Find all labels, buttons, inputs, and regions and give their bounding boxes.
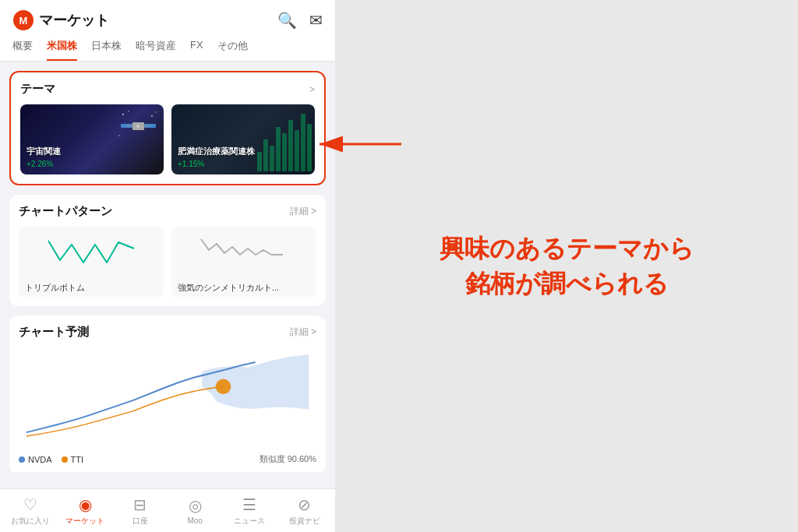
- annotation-line1: 興味のあるテーマから: [440, 231, 694, 266]
- moo-icon: ◎: [189, 496, 202, 515]
- triple-bottom-label: トリプルボトム: [25, 282, 157, 294]
- main-content: テーマ >: [0, 62, 335, 472]
- favorites-icon: ♡: [23, 495, 37, 514]
- app-title: マーケット: [39, 11, 109, 30]
- invest-icon: ⊘: [298, 495, 311, 514]
- legend-nvda: NVDA: [19, 455, 52, 464]
- symmetrical-label: 強気のシンメトリカルト...: [178, 282, 310, 294]
- nav-market[interactable]: ◉ マーケット: [58, 495, 112, 527]
- nav-moo[interactable]: ◎ Moo: [168, 496, 222, 525]
- annotation-arrow: [308, 117, 401, 171]
- chart-forecast-title: チャート予測: [19, 325, 89, 340]
- market-label: マーケット: [65, 516, 104, 527]
- theme-more[interactable]: >: [309, 84, 315, 95]
- annotation-area: 興味のあるテーマから 銘柄が調べられる: [335, 0, 798, 532]
- logo-area: M マーケット: [12, 9, 109, 31]
- space-theme-label: 宇宙関連: [26, 146, 61, 157]
- chart-pattern-title: チャートパターン: [19, 204, 112, 219]
- nav-favorites[interactable]: ♡ お気に入り: [3, 495, 58, 527]
- similarity-text: 類似度 90.60%: [260, 453, 316, 465]
- chart-pattern-header: チャートパターン 詳細 >: [19, 204, 316, 219]
- chart-forecast-header: チャート予測 詳細 >: [19, 325, 316, 340]
- pharma-theme-change: +1.15%: [178, 160, 204, 168]
- tti-dot: [62, 456, 68, 463]
- svg-point-10: [151, 115, 153, 117]
- app-header: M マーケット 🔍 ✉ 概要 米国株 日本株 暗号資産 FX その他: [0, 0, 335, 62]
- nav-invest[interactable]: ⊘ 投資ナビ: [277, 495, 332, 527]
- message-icon[interactable]: ✉: [309, 11, 323, 30]
- nav-account[interactable]: ⊟ 口座: [113, 495, 168, 527]
- forecast-chart-area: [19, 347, 316, 449]
- chart-forecast-section: チャート予測 詳細 > N: [9, 315, 326, 472]
- nav-tabs: 概要 米国株 日本株 暗号資産 FX その他: [12, 39, 323, 61]
- search-icon[interactable]: 🔍: [277, 11, 297, 30]
- satellite-illustration: [117, 108, 160, 143]
- news-label: ニュース: [234, 516, 265, 527]
- tab-jp-stocks[interactable]: 日本株: [91, 39, 122, 61]
- moo-label: Moo: [187, 516, 202, 525]
- account-label: 口座: [132, 516, 148, 527]
- phone-mockup: M マーケット 🔍 ✉ 概要 米国株 日本株 暗号資産 FX その他 テーマ >: [0, 0, 335, 532]
- tab-crypto[interactable]: 暗号資産: [136, 39, 176, 61]
- theme-title: テーマ: [20, 82, 55, 97]
- svg-text:M: M: [19, 15, 28, 26]
- svg-point-9: [128, 111, 129, 112]
- pharma-theme-label: 肥満症治療薬関連株: [178, 146, 255, 157]
- svg-point-8: [122, 114, 124, 115]
- invest-label: 投資ナビ: [289, 516, 320, 527]
- nvda-label: NVDA: [28, 455, 52, 464]
- triple-bottom-chart: [25, 233, 157, 279]
- svg-point-12: [118, 135, 120, 136]
- market-icon: ◉: [79, 495, 92, 514]
- tab-other[interactable]: その他: [217, 39, 248, 61]
- favorites-label: お気に入り: [11, 516, 50, 527]
- pattern-card-symmetrical[interactable]: 強気のシンメトリカルト...: [171, 227, 316, 297]
- theme-section: テーマ >: [9, 71, 326, 185]
- chart-pattern-more[interactable]: 詳細 >: [290, 205, 316, 218]
- theme-cards: 宇宙関連 +2.26%: [20, 104, 315, 174]
- annotation-line2: 銘柄が調べられる: [440, 266, 694, 301]
- legend-items: NVDA TTI: [19, 455, 83, 464]
- space-theme-change: +2.26%: [26, 160, 53, 168]
- tab-us-stocks[interactable]: 米国株: [47, 39, 77, 61]
- nav-news[interactable]: ☰ ニュース: [222, 495, 277, 527]
- svg-point-7: [136, 125, 139, 128]
- svg-point-13: [216, 379, 231, 395]
- annotation-text: 興味のあるテーマから 銘柄が調べられる: [440, 231, 694, 301]
- chart-pattern-section: チャートパターン 詳細 > トリプルボトム: [9, 195, 326, 306]
- bottom-nav: ♡ お気に入り ◉ マーケット ⊟ 口座 ◎ Moo ☰ ニュース ⊘ 投資ナビ: [0, 488, 335, 532]
- nvda-dot: [19, 456, 25, 463]
- app-logo-icon: M: [12, 9, 34, 31]
- theme-card-space[interactable]: 宇宙関連 +2.26%: [20, 104, 164, 174]
- news-icon: ☰: [242, 495, 256, 514]
- chart-pattern-cards: トリプルボトム 強気のシンメトリカルト...: [19, 227, 316, 297]
- account-icon: ⊟: [133, 495, 147, 514]
- pattern-card-triple[interactable]: トリプルボトム: [19, 227, 164, 297]
- symmetrical-chart: [178, 233, 310, 279]
- forecast-legend: NVDA TTI 類似度 90.60%: [19, 453, 316, 465]
- tab-fx[interactable]: FX: [190, 39, 203, 61]
- tab-overview[interactable]: 概要: [12, 39, 33, 61]
- tti-label: TTI: [71, 455, 84, 464]
- chart-forecast-more[interactable]: 詳細 >: [290, 326, 316, 339]
- legend-tti: TTI: [62, 455, 84, 464]
- header-top: M マーケット 🔍 ✉: [12, 9, 323, 31]
- theme-card-pharma[interactable]: 肥満症治療薬関連株 +1.15%: [171, 104, 315, 174]
- header-icons: 🔍 ✉: [277, 11, 323, 30]
- theme-section-header: テーマ >: [20, 82, 315, 97]
- svg-point-11: [155, 111, 157, 113]
